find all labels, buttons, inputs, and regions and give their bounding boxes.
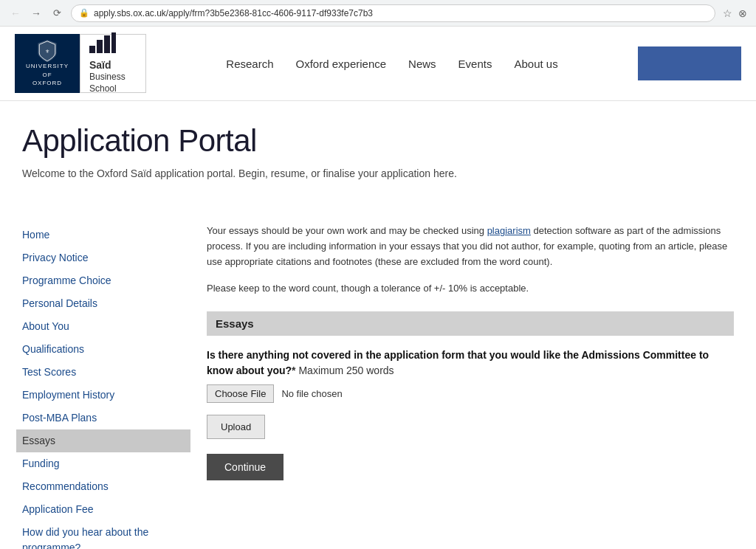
sidebar-item-funding[interactable]: Funding: [22, 452, 185, 475]
choose-file-button[interactable]: Choose File: [207, 384, 274, 403]
sbs-logo: Saïd Business School: [80, 34, 146, 93]
essay-notice: Your essays should be your own work and …: [207, 224, 734, 269]
sidebar-item-programme-choice[interactable]: Programme Choice: [22, 269, 185, 292]
content-area: Your essays should be your own work and …: [207, 224, 734, 549]
sidebar-item-how-hear[interactable]: How did you hear about the programme?: [22, 521, 185, 549]
sbs-name-text: Saïd: [89, 58, 111, 72]
nav-oxford-experience[interactable]: Oxford experience: [296, 58, 387, 70]
sbs-icon: [89, 32, 116, 55]
sidebar-item-qualifications[interactable]: Qualifications: [22, 338, 185, 361]
plagiarism-link[interactable]: plagiarism: [487, 225, 531, 236]
sbs-business-text: Business: [89, 72, 126, 83]
sbs-school-text: School: [89, 83, 117, 95]
page-wrapper: ⚜ UNIVERSITY OF OXFORD Saïd: [0, 27, 756, 549]
essays-section-header: Essays: [207, 311, 734, 336]
sidebar-item-recommendations[interactable]: Recommendations: [22, 475, 185, 498]
word-limit: Maximum 250 words: [298, 365, 394, 376]
svg-rect-3: [104, 35, 110, 53]
browser-actions: ☆ ⊗: [723, 7, 747, 19]
word-count-note: Please keep to the word count, though a …: [207, 281, 734, 297]
reload-button[interactable]: ⟳: [50, 7, 63, 20]
required-star: *: [292, 365, 295, 376]
sidebar-item-test-scores[interactable]: Test Scores: [22, 361, 185, 384]
sbs-graphic-icon: [89, 32, 116, 53]
forward-button[interactable]: →: [30, 7, 43, 20]
menu-button[interactable]: ⊗: [738, 7, 747, 19]
question-text: Is there anything not covered in the app…: [207, 349, 709, 376]
address-bar[interactable]: 🔒 apply.sbs.ox.ac.uk/apply/frm?3b5e2368-…: [71, 4, 715, 22]
svg-text:⚜: ⚜: [45, 49, 49, 55]
nav-events[interactable]: Events: [458, 58, 492, 70]
no-file-text: No file chosen: [281, 388, 342, 399]
portal-subtitle: Welcome to the Oxford Saïd application p…: [22, 168, 734, 179]
sidebar-item-privacy-notice[interactable]: Privacy Notice: [22, 246, 185, 269]
browser-toolbar: ← → ⟳ 🔒 apply.sbs.ox.ac.uk/apply/frm?3b5…: [0, 0, 756, 27]
portal-title-section: Application Portal Welcome to the Oxford…: [0, 101, 756, 224]
ssl-lock-icon: 🔒: [79, 8, 89, 18]
oxford-logo: ⚜ UNIVERSITY OF OXFORD: [15, 34, 80, 93]
nav-news[interactable]: News: [408, 58, 436, 70]
main-layout: Home Privacy Notice Programme Choice Per…: [0, 224, 756, 549]
essay-question: Is there anything not covered in the app…: [207, 348, 734, 379]
main-nav: Research Oxford experience News Events A…: [226, 58, 557, 70]
sidebar-item-essays[interactable]: Essays: [16, 429, 190, 452]
file-input-row: Choose File No file chosen: [207, 384, 734, 403]
portal-title: Application Portal: [22, 123, 734, 159]
notice-text-before: Your essays should be your own work and …: [207, 225, 487, 236]
sidebar-item-application-fee[interactable]: Application Fee: [22, 498, 185, 521]
continue-button[interactable]: Continue: [207, 454, 284, 480]
back-button[interactable]: ←: [9, 7, 22, 20]
svg-rect-2: [97, 40, 103, 53]
header-cta-button[interactable]: [638, 46, 741, 80]
oxford-university-text: UNIVERSITY OF OXFORD: [22, 62, 72, 87]
oxford-shield-icon: ⚜: [37, 40, 58, 62]
nav-research[interactable]: Research: [226, 58, 273, 70]
sidebar-item-about-you[interactable]: About You: [22, 315, 185, 338]
sidebar-item-post-mba-plans[interactable]: Post-MBA Plans: [22, 407, 185, 429]
nav-about-us[interactable]: About us: [514, 58, 557, 70]
sidebar-item-personal-details[interactable]: Personal Details: [22, 292, 185, 315]
site-header: ⚜ UNIVERSITY OF OXFORD Saïd: [0, 27, 756, 101]
logo-area: ⚜ UNIVERSITY OF OXFORD Saïd: [15, 34, 146, 93]
sidebar-nav: Home Privacy Notice Programme Choice Per…: [22, 224, 185, 549]
upload-button[interactable]: Upload: [207, 415, 265, 439]
svg-rect-4: [111, 32, 116, 53]
sidebar: Home Privacy Notice Programme Choice Per…: [22, 224, 185, 549]
sidebar-item-employment-history[interactable]: Employment History: [22, 384, 185, 407]
url-text: apply.sbs.ox.ac.uk/apply/frm?3b5e2368-81…: [94, 8, 373, 18]
svg-rect-1: [89, 46, 95, 53]
sidebar-item-home[interactable]: Home: [22, 224, 185, 246]
bookmark-button[interactable]: ☆: [723, 7, 732, 19]
